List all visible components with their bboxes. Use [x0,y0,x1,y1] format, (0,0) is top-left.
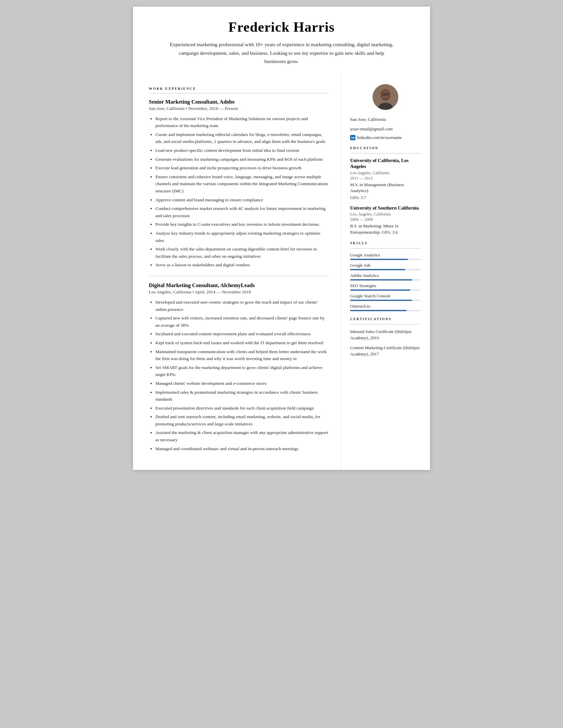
school-1: University of California, Los Angeles Lo… [350,157,421,200]
contact-email: your-email@gmail.com [350,125,421,133]
candidate-summary: Experienced marketing professional with … [169,40,394,66]
school-1-years: 2011 — 2012 [350,176,421,181]
svg-point-8 [389,93,391,96]
skill-item-0: Google Analytics [350,252,421,260]
job-1-bullet-5: Execute lead generation and niche prospe… [155,164,329,172]
skill-bar-bg-1 [350,269,421,270]
skill-bar-bg-2 [350,279,421,281]
job-2-bullet-12: Managed and coordinated webinars and vir… [155,445,329,452]
skill-bar-fill-1 [350,269,405,270]
job-divider [149,276,329,276]
cert-item-0: Inbound Sales Certificate (HubSpot Acade… [350,328,421,341]
certifications-divider [350,324,421,324]
job-1-bullet-3: Lead new product-specific content develo… [155,147,329,154]
resume-document: Frederick Harris Experienced marketing p… [133,7,430,470]
job-1-bullet-11: Work closely with the sales department o… [155,246,329,260]
skill-name-5: Outreach.io [350,304,421,309]
school-2-location: Los, Angeles, California [350,212,421,217]
skill-bar-bg-0 [350,259,421,260]
skills-list: Google Analytics Google Ads Adobe Analyt… [350,252,421,311]
skill-item-3: SEO Strategies [350,283,421,291]
education-divider [350,153,421,153]
school-2-degree: B.S. in Marketing; Minor in Entrepreneur… [350,223,421,235]
job-2-bullet-10: Drafted and sent outreach content, inclu… [155,413,329,427]
job-2: Digital Marketing Consultant, AlchemyLea… [149,282,329,452]
job-1-bullet-8: Conduct comprehensive market research wi… [155,205,329,219]
job-1-bullet-9: Provide key insights to C-suite executiv… [155,221,329,228]
school-2-name: University of Southern California [350,205,421,211]
certifications-list: Inbound Sales Certificate (HubSpot Acade… [350,328,421,357]
skill-item-1: Google Ads [350,263,421,270]
linkedin-url: linkedin.com/in/username [357,135,402,140]
job-1-bullet-7: Approve content and brand messaging to e… [155,196,329,204]
sidebar: San Jose, California your-email@gmail.co… [341,75,430,470]
contact-location: San Jose, California [350,116,421,123]
job-2-bullet-2: Captured new web visitors, increased ret… [155,314,329,329]
job-1-bullet-1: Report to the Assistant Vice President o… [155,115,329,129]
resume-body: WORK EXPERIENCE Senior Marketing Consult… [133,75,430,470]
education-label: EDUCATION [350,146,421,150]
job-2-bullet-5: Maintained transparent communication wit… [155,348,329,362]
skill-bar-bg-4 [350,300,421,301]
skill-name-0: Google Analytics [350,252,421,258]
certifications-label: CERTIFICATIONS [350,317,421,321]
skill-bar-fill-2 [350,279,412,281]
avatar-wrap [350,84,421,110]
skill-item-2: Adobe Analytics [350,273,421,281]
school-1-gpa: GPA: 3.7 [350,195,421,200]
job-2-bullet-1: Developed and executed user-centric stra… [155,299,329,313]
main-column: WORK EXPERIENCE Senior Marketing Consult… [133,75,341,470]
job-2-bullet-8: Implemented sales & promotional marketin… [155,389,329,403]
skill-name-4: Google Search Console [350,293,421,299]
job-2-bullets: Developed and executed user-centric stra… [155,299,329,452]
job-1-title: Senior Marketing Consultant, Adobe [149,99,329,105]
school-2: University of Southern California Los, A… [350,205,421,235]
skill-bar-fill-4 [350,300,412,301]
work-experience-label: WORK EXPERIENCE [149,87,329,90]
job-2-bullet-4: Kept track of system back-end issues and… [155,339,329,347]
job-2-bullet-6: Set SMART goals for the marketing depart… [155,364,329,378]
skill-bar-bg-5 [350,310,421,311]
job-2-meta: Los Angeles, California • April, 2014 — … [149,289,329,295]
school-1-location: Los Angeles, California [350,171,421,176]
skill-name-2: Adobe Analytics [350,273,421,278]
job-1-bullet-2: Curate and implement marketing editorial… [155,131,329,145]
school-1-degree: M.S. in Management (Business Analytics). [350,182,421,194]
job-2-bullet-9: Executed presentation directives and sta… [155,405,329,412]
job-1-bullet-6: Ensure consistent and cohesive brand voi… [155,173,329,195]
job-1-meta: San Jose, California • November, 2018 — … [149,106,329,111]
job-2-bullet-11: Assisted the marketing & client acquisit… [155,429,329,443]
skill-name-1: Google Ads [350,263,421,268]
skill-bar-fill-3 [350,289,410,291]
skill-item-5: Outreach.io [350,304,421,311]
job-2-title: Digital Marketing Consultant, AlchemyLea… [149,282,329,289]
job-1: Senior Marketing Consultant, Adobe San J… [149,99,329,269]
linkedin-icon [350,135,355,140]
candidate-name: Frederick Harris [159,19,404,35]
skill-item-4: Google Search Console [350,293,421,301]
job-1-bullet-4: Generate evaluations for marketing campa… [155,156,329,163]
avatar [373,84,398,110]
job-1-bullet-10: Analyze key industry trends to appropria… [155,230,329,244]
skill-name-3: SEO Strategies [350,283,421,288]
school-2-years: 2004 — 2008 [350,217,421,222]
job-1-bullets: Report to the Assistant Vice President o… [155,115,329,269]
job-2-bullet-3: Incubated and executed content improveme… [155,330,329,338]
skills-label: SKILLS [350,241,421,245]
avatar-svg [373,84,398,110]
skill-bar-bg-3 [350,289,421,291]
skill-bar-fill-5 [350,310,407,311]
job-2-bullet-7: Managed clients' website development and… [155,380,329,387]
work-experience-divider [149,93,329,93]
job-1-bullet-12: Serve as a liaison to stakeholders and d… [155,261,329,269]
cert-item-1: Content Marketing Certificate (HubSpot A… [350,345,421,357]
resume-header: Frederick Harris Experienced marketing p… [133,7,430,75]
svg-point-7 [381,93,382,96]
linkedin-row: linkedin.com/in/username [350,135,421,140]
school-1-name: University of California, Los Angeles [350,157,421,170]
skill-bar-fill-0 [350,259,408,260]
